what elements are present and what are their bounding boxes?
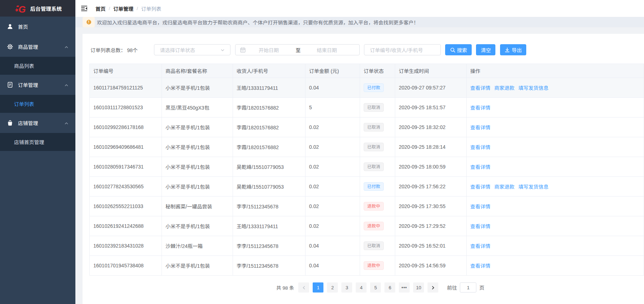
view-details-link[interactable]: 查看详情 [470, 204, 490, 209]
view-details-link[interactable]: 查看详情 [470, 105, 490, 111]
date-start-input[interactable]: 开始日期 [258, 46, 279, 54]
amount-cell: 0.04 [305, 78, 360, 98]
column-header: 订单金额 (元) [305, 64, 360, 78]
keyword-placeholder: 订单编号/收货人/手机号 [370, 46, 423, 54]
sidebar-item-goods-management[interactable]: 商品管理 [0, 37, 75, 57]
page-button-3[interactable]: 3 [341, 282, 352, 293]
page-button-4[interactable]: 4 [356, 282, 367, 293]
breadcrumb-home[interactable]: 首页 [95, 5, 106, 12]
sidebar-item-home[interactable]: 首页 [0, 17, 75, 37]
receiver-cell: 李霞/18201576882 [233, 118, 305, 137]
page-button-1[interactable]: 1 [313, 282, 323, 293]
product-name-cell: 小米不是手机/1包装 [162, 78, 233, 98]
next-page-button[interactable] [428, 282, 438, 293]
created-time-cell: 2020-09-25 18:28:14 [395, 137, 467, 157]
sidebar-item-label: 首页 [18, 23, 28, 30]
keyword-input[interactable]: 订单编号/收货人/手机号 [364, 44, 441, 55]
fill-shipping-link[interactable]: 填写发货信息 [518, 184, 549, 190]
order-number-cell: 160102619241242688 [90, 216, 162, 236]
product-name-cell: 沙棘汁/24瓶一箱 [162, 236, 233, 256]
clear-button[interactable]: 清空 [476, 44, 495, 55]
view-details-link[interactable]: 查看详情 [470, 224, 490, 229]
receiver-cell: 王皓/13331179411 [233, 78, 305, 98]
created-time-cell: 2020-09-25 16:52:01 [395, 236, 467, 256]
goto-label: 前往 [447, 284, 457, 291]
created-time-cell: 2020-09-25 18:51:57 [395, 98, 467, 118]
receiver-cell: 吴乾峰/15510779053 [233, 157, 305, 177]
breadcrumb-order-management[interactable]: 订单管理 [113, 5, 134, 12]
sidebar-item-label: 订单管理 [18, 81, 38, 88]
created-time-cell: 2020-09-25 18:00:59 [395, 157, 467, 177]
receiver-cell: 王皓/13331179411 [233, 216, 305, 236]
calendar-icon [240, 47, 246, 52]
breadcrumb: 首页 / 订单管理 / 订单列表 [95, 5, 161, 12]
page-button-2[interactable]: 2 [327, 282, 338, 293]
product-name-cell: 小米不是手机/1包装 [162, 256, 233, 276]
goto-page-input[interactable] [460, 282, 476, 293]
page-button-5[interactable]: 5 [370, 282, 381, 293]
view-details-link[interactable]: 查看详情 [470, 144, 490, 150]
status-badge: 退款中 [364, 261, 384, 270]
chevron-left-icon [302, 286, 306, 290]
sidebar-item-goods-list[interactable]: 商品列表 [0, 57, 75, 75]
status-cell: 退款中 [360, 256, 395, 276]
app-title: 后台管理系统 [30, 5, 62, 12]
actions-cell: 查看详情 [467, 236, 644, 256]
created-time-cell: 2020-09-25 17:29:52 [395, 216, 467, 236]
merchant-refund-link[interactable]: 商家退款 [494, 184, 514, 190]
page-unit-label: 页 [479, 284, 484, 291]
table-row: 160117184759121125小米不是手机/1包装王皓/133311794… [90, 78, 644, 98]
chevron-up-icon [64, 45, 69, 49]
status-cell: 已付款 [360, 177, 395, 197]
order-number-cell: 160102625552211033 [90, 197, 162, 216]
order-status-select[interactable]: 请选择订单状态 [154, 44, 230, 55]
search-button[interactable]: 搜索 [445, 44, 472, 55]
table-row: 160101701945738408小米不是手机/1包装李李/151123456… [90, 256, 644, 276]
status-badge: 退款中 [364, 222, 384, 230]
view-details-link[interactable]: 查看详情 [470, 184, 490, 190]
hamburger-icon[interactable] [81, 6, 87, 11]
view-details-link[interactable]: 查看详情 [470, 243, 490, 249]
actions-cell: 查看详情 [467, 256, 644, 276]
column-header: 订单编号 [90, 64, 162, 78]
column-header: 操作 [467, 64, 644, 78]
prev-page-button[interactable] [298, 282, 309, 293]
logo-bar: G 后台管理系统 [0, 0, 75, 17]
status-cell: 已取消 [360, 236, 395, 256]
fill-shipping-link[interactable]: 填写发货信息 [518, 85, 549, 91]
merchant-refund-link[interactable]: 商家退款 [494, 85, 514, 91]
receiver-cell: 李李/15112345678 [233, 256, 305, 276]
sidebar-item-label: 店铺管理 [18, 119, 38, 126]
date-range-picker[interactable]: 开始日期 至 结束日期 [235, 44, 360, 55]
product-name-cell: 小米不是手机/1包装 [162, 216, 233, 236]
view-details-link[interactable]: 查看详情 [470, 85, 490, 91]
order-number-cell: 160102992286178168 [90, 118, 162, 137]
page-button-6[interactable]: 6 [384, 282, 395, 293]
created-time-cell: 2020-09-25 18:32:02 [395, 118, 467, 137]
actions-cell: 查看详情 [467, 118, 644, 137]
amount-cell: 0.02 [305, 216, 360, 236]
sidebar-item-order-list[interactable]: 订单列表 [0, 95, 75, 113]
order-list-card: 订单列表总数： 98个 请选择订单状态 开始日期 至 结束日期 订单编号/收货人… [83, 34, 644, 304]
sidebar-item-order-management[interactable]: 订单管理 [0, 75, 75, 95]
date-end-input[interactable]: 结束日期 [317, 46, 337, 54]
shop-icon [7, 120, 13, 126]
column-header: 收货人/手机号 [233, 64, 305, 78]
view-details-link[interactable]: 查看详情 [470, 164, 490, 170]
sidebar-item-shop-home-management[interactable]: 店铺首页管理 [0, 133, 75, 151]
receiver-cell: 吴乾峰/15510779053 [233, 177, 305, 197]
page-button-10[interactable]: 10 [413, 282, 424, 293]
more-pages-button[interactable]: ••• [399, 282, 410, 293]
view-details-link[interactable]: 查看详情 [470, 125, 490, 130]
view-details-link[interactable]: 查看详情 [470, 263, 490, 269]
status-badge: 已取消 [364, 241, 384, 250]
actions-cell: 查看详情商家退款填写发货信息 [467, 78, 644, 98]
chevron-up-icon [64, 121, 69, 125]
order-number-cell: 160117184759121125 [90, 78, 162, 98]
order-number-cell: 160103111728801523 [90, 98, 162, 118]
sidebar-item-shop-management[interactable]: 店铺管理 [0, 113, 75, 133]
column-header: 订单状态 [360, 64, 395, 78]
app-root: G 后台管理系统 首页 商品管理 商品列表 订单管理 [0, 0, 644, 304]
order-total-value: 98个 [127, 47, 138, 53]
export-button[interactable]: 导出 [500, 44, 526, 55]
